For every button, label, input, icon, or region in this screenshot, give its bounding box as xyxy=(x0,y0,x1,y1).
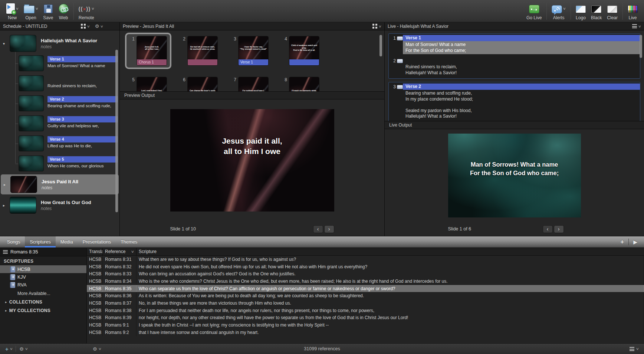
preview-output-display: Jesus paid it all, all to Him I owe xyxy=(170,109,334,212)
scrollbar[interactable] xyxy=(115,50,118,212)
cell-translation: HCSB xyxy=(87,292,103,299)
add-button[interactable]: + xyxy=(616,236,628,248)
chevron-down-icon[interactable]: ∨ xyxy=(378,24,382,28)
column-scripture[interactable]: Scripture xyxy=(137,248,644,255)
verse-row[interactable]: HCSB Romans 9:2 that I have intense sorr… xyxy=(87,329,644,336)
remote-button[interactable]: ((×)) ∨ Remote xyxy=(76,1,97,21)
translation-rva[interactable]: + RVA xyxy=(0,281,86,289)
go-live-button[interactable]: ➝ Go Live xyxy=(524,1,544,21)
verse-row[interactable]: HCSB Romans 8:36 As it is written: Becau… xyxy=(87,292,644,299)
preview-slide-2[interactable]: 2 Sin had left a crimson stain, He washe… xyxy=(176,33,222,69)
collections-section[interactable]: ▸ COLLECTIONS xyxy=(0,298,86,306)
schedule-slide-verse3[interactable]: Verse 3 Guilty vile and helpless we, xyxy=(0,114,119,134)
tab-presentations[interactable]: Presentations xyxy=(78,236,116,248)
translation-kjv[interactable]: + KJV xyxy=(0,273,86,281)
schedule-slide-verse4[interactable]: Verse 4 Lifted up was He to die, xyxy=(0,134,119,154)
tab-media[interactable]: Media xyxy=(56,236,78,248)
chevron-down-icon[interactable]: ∨ xyxy=(636,347,639,351)
schedule-slide-verse2[interactable]: Verse 2 Bearing shame and scoffing rude, xyxy=(0,94,119,114)
logo-button[interactable]: Logo xyxy=(573,1,588,21)
chevron-down-icon[interactable]: ∨ xyxy=(100,24,104,28)
previous-slide-button[interactable]: ‹ xyxy=(543,225,553,233)
gear-icon[interactable]: ⚙ xyxy=(93,347,97,351)
verse-row[interactable]: HCSB Romans 8:31 What then are we to say… xyxy=(87,256,644,263)
live-button[interactable]: Live xyxy=(625,1,640,21)
add-icon[interactable]: + xyxy=(5,346,9,352)
clear-button[interactable]: Clear xyxy=(604,1,620,21)
verse-row[interactable]: HCSB Romans 8:39 nor height, nor depth, … xyxy=(87,314,644,322)
grid-view-icon[interactable] xyxy=(372,24,377,29)
disclosure-expanded-icon[interactable]: ▾ xyxy=(3,42,7,46)
chevron-down-icon[interactable]: ∨ xyxy=(25,347,28,351)
column-reference[interactable]: Reference ∨ xyxy=(103,248,137,255)
gear-icon[interactable]: ⚙ xyxy=(95,24,99,29)
verse-row[interactable]: HCSB Romans 9:1 I speak the truth in Chr… xyxy=(87,321,644,329)
schedule-song-jesus-paid-it-all[interactable]: ▸ Jesus Paid It All notes xyxy=(1,174,119,194)
play-button[interactable]: ▶ xyxy=(629,236,642,248)
chevron-down-icon[interactable]: ∨ xyxy=(16,7,19,10)
open-button[interactable]: ∨ Open xyxy=(21,1,41,21)
scrollbar[interactable] xyxy=(380,35,382,56)
preview-slide-5[interactable]: 5 Lord, now indeed I find, Thy power and… xyxy=(125,73,171,91)
new-button[interactable]: + ∨ New xyxy=(4,1,21,21)
verse-row-selected[interactable]: HCSB Romans 8:35 Who can separate us fro… xyxy=(87,285,644,292)
schedule-slide-verse1[interactable]: Verse 1 Man of Sorrows! What a name xyxy=(0,53,119,73)
schedule-slide-verse5[interactable]: Verse 5 When He comes, our glorious xyxy=(0,154,119,174)
live-slide-2[interactable]: 2 Ruined sinners to reclaim, Hallelujah!… xyxy=(389,58,640,76)
tab-songs[interactable]: Songs xyxy=(2,236,25,248)
scrollbar[interactable] xyxy=(640,35,642,58)
preview-slide-6[interactable]: 6 Can change the leper's spots And melt … xyxy=(176,73,222,91)
next-slide-button[interactable]: › xyxy=(324,225,334,233)
my-collections-section[interactable]: ▸ MY COLLECTIONS xyxy=(0,306,86,315)
chevron-down-icon[interactable]: ∨ xyxy=(87,24,90,28)
list-view-icon[interactable] xyxy=(630,347,634,351)
translation-hcsb[interactable]: + HCSB xyxy=(0,265,86,273)
gear-icon[interactable]: ⚙ xyxy=(19,347,24,351)
list-view-icon[interactable] xyxy=(632,24,637,28)
black-button[interactable]: Black xyxy=(588,1,604,21)
schedule-song-how-great[interactable]: ▸ How Great Is Our God notes xyxy=(0,195,119,215)
verse-row[interactable]: HCSB Romans 8:32 He did not even spare H… xyxy=(87,263,644,271)
scripture-search-input[interactable] xyxy=(10,249,66,255)
slide-lyrics: Ruined sinners to reclaim, Hallelujah! W… xyxy=(403,63,640,76)
verse-row[interactable]: HCSB Romans 8:34 Who is the one who cond… xyxy=(87,278,644,285)
schedule-song-hallelujah[interactable]: ▾ Hallelujah What A Savior notes xyxy=(0,33,119,53)
chevron-down-icon[interactable]: ∨ xyxy=(35,7,38,10)
verse-row[interactable]: HCSB Romans 8:37 No, in all these things… xyxy=(87,299,644,307)
previous-slide-button[interactable]: ‹ xyxy=(313,225,323,233)
slide-thumbnail xyxy=(19,75,44,91)
cell-translation: HCSB xyxy=(87,299,103,307)
disclosure-collapsed-icon[interactable]: ▸ xyxy=(3,203,7,207)
next-slide-button[interactable]: › xyxy=(554,225,564,233)
preview-slide-4[interactable]: 4 Child of weakness watch and pray, Find… xyxy=(277,33,324,69)
alerts-button[interactable]: ∨ Alerts xyxy=(549,1,568,21)
chevron-down-icon[interactable]: ∨ xyxy=(638,24,641,28)
more-available-link[interactable]: More Available... xyxy=(0,289,86,298)
preview-slide-1[interactable]: 1 Jesus paid it all, all to Him I owe Ch… xyxy=(125,33,171,69)
chevron-down-icon[interactable]: ∨ xyxy=(563,7,566,10)
preview-slide-8[interactable]: 8 I'll wash my garments white, In the bl… xyxy=(277,73,324,91)
preview-slide-3[interactable]: 3 I hear the Savior say, “Thy strength i… xyxy=(227,33,273,69)
column-translation[interactable]: Transla xyxy=(87,248,103,255)
sort-chevron-icon[interactable]: ∨ xyxy=(131,250,134,253)
chevron-down-icon[interactable]: ∨ xyxy=(98,347,101,351)
live-colorbars-icon xyxy=(628,5,638,13)
live-slide-1[interactable]: 1 Verse 1 Man of Sorrows! What a name Fo… xyxy=(389,35,640,54)
save-button[interactable]: Save xyxy=(40,1,56,21)
verse-row[interactable]: HCSB Romans 8:33 Who can bring an accusa… xyxy=(87,270,644,278)
grid-view-icon[interactable] xyxy=(81,24,86,29)
verse-row[interactable]: HCSB Romans 8:38 For I am persuaded that… xyxy=(87,307,644,314)
disclosure-collapsed-icon[interactable]: ▸ xyxy=(5,309,7,312)
cell-scripture: Who can bring an accusation against God'… xyxy=(137,270,644,278)
disclosure-collapsed-icon[interactable]: ▸ xyxy=(5,300,7,304)
web-button[interactable]: Web xyxy=(56,1,71,21)
chevron-down-icon[interactable]: ∨ xyxy=(91,7,95,10)
menu-icon[interactable] xyxy=(3,250,8,254)
tab-scriptures[interactable]: Scriptures xyxy=(25,236,55,248)
live-slide-3[interactable]: 3 Verse 2 Bearing shame and scoffing rud… xyxy=(389,83,640,119)
schedule-slide-verse1b[interactable]: Ruined sinners to reclaim, xyxy=(0,73,119,94)
tab-themes[interactable]: Themes xyxy=(116,236,142,248)
disclosure-collapsed-icon[interactable]: ▸ xyxy=(4,183,8,187)
preview-slide-7[interactable]: 7 For nothing good have I, Whereby Thy g… xyxy=(227,73,273,91)
chevron-down-icon[interactable]: ∨ xyxy=(9,347,13,351)
